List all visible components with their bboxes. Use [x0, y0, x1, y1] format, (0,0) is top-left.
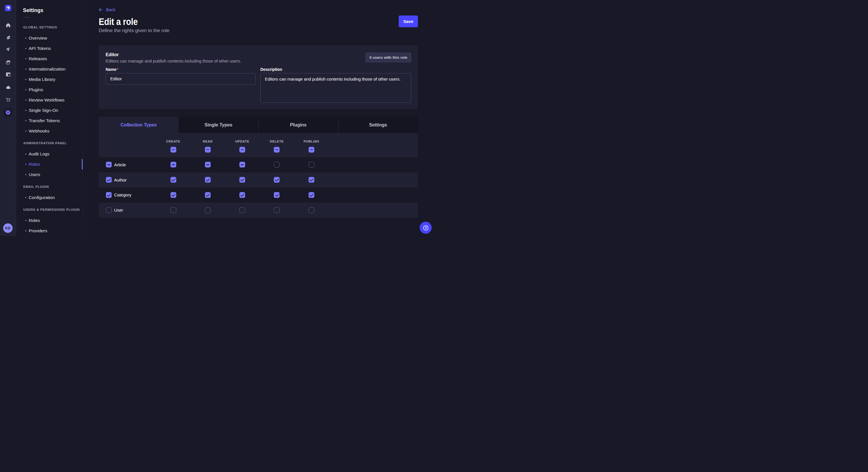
cloud-icon[interactable]: [3, 82, 12, 92]
permission-checkbox[interactable]: [309, 177, 314, 183]
permission-column-header: PUBLISH: [294, 133, 329, 143]
row-select-checkbox[interactable]: [106, 162, 112, 167]
subnav-item[interactable]: Plugins: [16, 85, 82, 95]
permission-checkbox[interactable]: [309, 192, 314, 198]
subnav-item[interactable]: Roles: [16, 159, 82, 169]
subnav-item[interactable]: Webhooks: [16, 126, 82, 136]
permission-checkbox[interactable]: [170, 177, 176, 183]
role-name-heading: Editor: [105, 52, 241, 58]
subnav-section-label: GLOBAL SETTINGS: [23, 25, 82, 30]
home-icon[interactable]: [3, 20, 12, 30]
strapi-admin-app: KD Settings GLOBAL SETTINGS Overview A: [0, 0, 434, 236]
name-input[interactable]: [105, 73, 255, 85]
strapi-logo[interactable]: [5, 5, 11, 11]
permission-checkbox[interactable]: [205, 192, 211, 198]
subnav-item[interactable]: Configuration: [16, 193, 82, 203]
save-button[interactable]: Save: [399, 15, 418, 27]
tab[interactable]: Settings: [338, 117, 418, 133]
layout-icon[interactable]: [3, 70, 12, 79]
subnav-rule: [23, 17, 30, 18]
permission-checkbox[interactable]: [170, 192, 176, 198]
bullet-icon: [25, 131, 26, 132]
subnav-item-label: Plugins: [29, 87, 43, 92]
tab[interactable]: Plugins: [258, 117, 338, 133]
gear-icon[interactable]: [3, 108, 12, 117]
permissions-table-header: CREATE READ UPDATE DELETE PUBLISH: [99, 133, 418, 157]
subnav-item[interactable]: Roles: [16, 215, 82, 226]
permission-checkbox[interactable]: [309, 207, 314, 213]
column-select-all-checkbox[interactable]: [170, 147, 176, 153]
strapi-logo-icon: [5, 5, 11, 11]
content-type-label: Category: [114, 188, 131, 203]
subnav-item[interactable]: Single Sign-On: [16, 105, 82, 115]
subnav-item[interactable]: Internationalization: [16, 64, 82, 74]
bullet-icon: [25, 38, 26, 39]
permission-checkbox[interactable]: [309, 162, 314, 167]
subnav-sections: GLOBAL SETTINGS Overview API Tokens: [16, 25, 82, 236]
subnav-item-label: Users: [29, 172, 40, 177]
tab-label: Plugins: [290, 122, 307, 128]
users-with-role-badge[interactable]: 0 users with this role: [366, 53, 411, 62]
bullet-icon: [25, 79, 26, 80]
column-select-all-checkbox[interactable]: [309, 147, 314, 153]
permission-checkbox[interactable]: [205, 162, 211, 167]
subnav-section-label: ADMINISTRATION PANEL: [23, 141, 82, 145]
permission-checkbox[interactable]: [239, 207, 245, 213]
permission-checkbox[interactable]: [170, 207, 176, 213]
permission-checkbox[interactable]: [274, 177, 280, 183]
paper-plane-icon[interactable]: [3, 44, 12, 54]
role-description-text: Editors can manage and publish contents …: [105, 58, 241, 64]
permission-checkbox[interactable]: [170, 162, 176, 167]
bullet-icon: [25, 48, 26, 49]
subnav-item[interactable]: Providers: [16, 226, 82, 236]
permission-column-label: UPDATE: [225, 140, 259, 143]
subnav-item[interactable]: Releases: [16, 54, 82, 64]
permission-checkbox[interactable]: [274, 162, 280, 167]
tab[interactable]: Collection Types: [99, 117, 179, 133]
column-select-all-checkbox[interactable]: [205, 147, 211, 153]
subnav-item[interactable]: API Tokens: [16, 43, 82, 54]
permission-checkbox[interactable]: [205, 207, 211, 213]
row-select-checkbox[interactable]: [106, 192, 112, 198]
subnav-item-label: Webhooks: [29, 129, 50, 134]
subnav-item[interactable]: Users: [16, 169, 82, 180]
column-select-all-checkbox[interactable]: [239, 147, 245, 153]
feather-icon[interactable]: [3, 33, 12, 42]
subnav-item[interactable]: Overview: [16, 33, 82, 43]
permission-checkbox[interactable]: [239, 192, 245, 198]
cart-icon[interactable]: [3, 95, 12, 104]
permission-checkbox[interactable]: [205, 177, 211, 183]
main-content: Back Edit a role Define the rights given…: [83, 0, 434, 236]
description-textarea[interactable]: Editors can manage and publish contents …: [260, 73, 411, 103]
subnav-item[interactable]: Review Workflows: [16, 95, 82, 105]
tab[interactable]: Single Types: [179, 117, 258, 133]
row-select-checkbox[interactable]: [106, 207, 112, 213]
subnav-item-label: Audit Logs: [29, 151, 50, 157]
subnav-item[interactable]: Transfer Tokens: [16, 115, 82, 126]
help-button[interactable]: [420, 222, 432, 234]
subnav-item-label: Providers: [29, 228, 48, 233]
subnav-item-label: Single Sign-On: [29, 108, 58, 113]
bullet-icon: [25, 100, 26, 101]
permission-column-label: READ: [191, 140, 225, 143]
media-library-icon[interactable]: [3, 58, 12, 67]
bullet-icon: [25, 230, 26, 231]
column-select-all-checkbox[interactable]: [274, 147, 280, 153]
bullet-icon: [25, 58, 26, 59]
permissions-panel: CREATE READ UPDATE DELETE PUBLISH: [99, 133, 418, 217]
rail-divider: [0, 220, 16, 220]
row-select-checkbox[interactable]: [106, 177, 112, 183]
permission-column-label: PUBLISH: [294, 140, 329, 143]
user-avatar[interactable]: KD: [3, 224, 12, 233]
tab-label: Collection Types: [121, 122, 157, 128]
subnav-item-label: Overview: [29, 36, 47, 41]
permission-checkbox[interactable]: [239, 177, 245, 183]
permission-checkbox[interactable]: [274, 207, 280, 213]
bullet-icon: [25, 197, 26, 198]
subnav-item[interactable]: Audit Logs: [16, 149, 82, 159]
permission-checkbox[interactable]: [239, 162, 245, 167]
back-link[interactable]: Back: [99, 7, 115, 12]
permission-checkbox[interactable]: [274, 192, 280, 198]
back-label: Back: [106, 7, 115, 12]
subnav-item[interactable]: Media Library: [16, 74, 82, 85]
